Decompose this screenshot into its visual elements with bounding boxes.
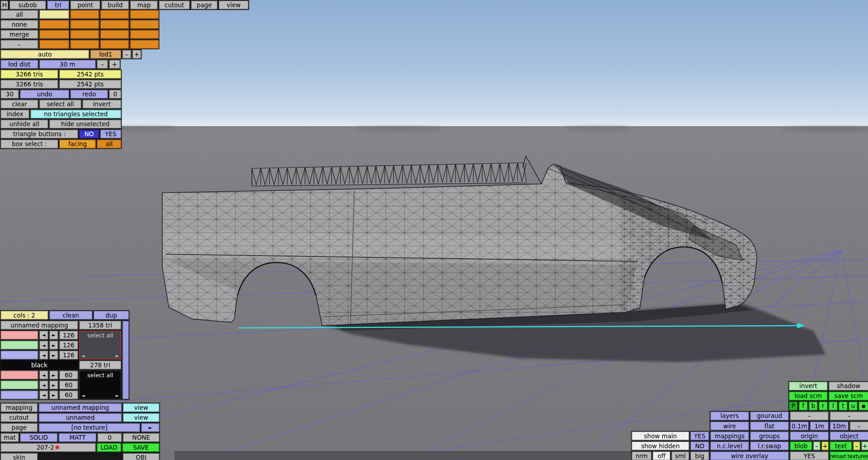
- channel-decrement-button[interactable]: ◄: [39, 331, 48, 340]
- origin-button[interactable]: origin: [790, 432, 829, 441]
- subobject-cell[interactable]: [130, 40, 159, 49]
- group-select-all-button[interactable]: select all ◄ ►: [79, 370, 121, 399]
- group-next-icon[interactable]: ►: [116, 393, 119, 398]
- page-value-button[interactable]: [no texture]: [39, 423, 140, 432]
- blob-minus-button[interactable]: –: [813, 441, 821, 451]
- grid-1m-button[interactable]: 1m: [810, 422, 829, 431]
- index-button[interactable]: index: [0, 109, 29, 119]
- show-hidden-toggle[interactable]: NO: [690, 441, 709, 451]
- grid-10m-button[interactable]: 10m: [830, 422, 849, 431]
- channel-decrement-button[interactable]: ◄: [39, 390, 48, 399]
- page-next-button[interactable]: ►: [141, 423, 159, 432]
- subobject-cell[interactable]: [39, 30, 69, 39]
- lod-level-button[interactable]: lod1: [90, 50, 122, 59]
- lod-dist-minus-button[interactable]: –: [97, 60, 108, 69]
- wire-overlay-toggle[interactable]: YES: [790, 451, 829, 460]
- triangle-buttons-yes[interactable]: YES: [100, 130, 122, 139]
- obj-button[interactable]: OBJ: [123, 453, 160, 460]
- menu-tab-point[interactable]: point: [71, 0, 100, 9]
- menu-tab-tri[interactable]: tri: [47, 0, 69, 9]
- subobject-cell[interactable]: [71, 30, 99, 39]
- menu-h-button[interactable]: H: [0, 0, 8, 9]
- channel-color-swatch[interactable]: [0, 351, 38, 360]
- load-scm-button[interactable]: load scm: [789, 392, 828, 401]
- subobject-cell[interactable]: [71, 40, 99, 49]
- wire-button[interactable]: wire: [710, 422, 749, 431]
- mat-none-button[interactable]: NONE: [123, 433, 160, 442]
- subobject-cell[interactable]: [100, 40, 129, 49]
- channel-decrement-button[interactable]: ◄: [39, 380, 48, 389]
- text-minus-button[interactable]: –: [853, 441, 860, 451]
- grid-dash-button[interactable]: –: [850, 422, 868, 431]
- layers-dash-button[interactable]: –: [790, 412, 829, 421]
- channel-increment-button[interactable]: ►: [49, 351, 58, 360]
- view-top-button[interactable]: t: [839, 402, 848, 411]
- channel-decrement-button[interactable]: ◄: [39, 370, 48, 379]
- channel-increment-button[interactable]: ►: [49, 370, 58, 379]
- mapping-view-button[interactable]: view: [123, 403, 160, 412]
- channel-decrement-button[interactable]: ◄: [39, 351, 48, 360]
- blob-button[interactable]: blob: [790, 441, 812, 451]
- view-perspective-button[interactable]: P: [789, 402, 798, 411]
- view-left-button[interactable]: l: [829, 402, 838, 411]
- group-next-icon[interactable]: ►: [116, 353, 119, 358]
- load-button[interactable]: LOAD: [97, 443, 121, 452]
- nc-level-button[interactable]: n.c.level: [710, 441, 749, 451]
- nrm-big-button[interactable]: big: [690, 451, 709, 460]
- clear-button[interactable]: clear: [0, 100, 38, 109]
- box-select-all[interactable]: all: [97, 140, 121, 149]
- redo-button[interactable]: redo: [71, 90, 108, 99]
- subobject-cell[interactable]: [100, 30, 129, 39]
- mapping-group-name[interactable]: unnamed mapping: [0, 321, 78, 330]
- subobject-cell[interactable]: [39, 20, 69, 29]
- subobject-cell[interactable]: [100, 20, 129, 29]
- subobject-cell-selected[interactable]: [39, 10, 69, 19]
- clean-button[interactable]: clean: [49, 311, 93, 320]
- subobject-cell[interactable]: [71, 10, 99, 19]
- undo-button[interactable]: undo: [20, 90, 69, 99]
- view-front-button[interactable]: f: [799, 402, 808, 411]
- view-right-button[interactable]: r: [819, 402, 828, 411]
- lod-dist-plus-button[interactable]: +: [109, 60, 120, 69]
- unhide-all-button[interactable]: unhide all: [0, 119, 48, 128]
- dup-button[interactable]: dup: [94, 311, 129, 320]
- menu-tab-map[interactable]: map: [130, 0, 158, 9]
- text-plus-button[interactable]: +: [861, 441, 868, 451]
- channel-color-swatch[interactable]: [0, 341, 38, 350]
- mat-solid-button[interactable]: SOLID: [20, 433, 57, 442]
- menu-tab-view[interactable]: view: [219, 0, 249, 9]
- lod-auto-button[interactable]: auto: [0, 50, 89, 59]
- object-button[interactable]: object: [830, 432, 868, 441]
- cutout-value-button[interactable]: unnamed: [39, 413, 122, 422]
- invert-button[interactable]: invert: [82, 100, 121, 109]
- mapping-value-button[interactable]: unnamed mapping: [39, 403, 122, 412]
- shadow-button[interactable]: shadow: [829, 382, 868, 391]
- lod-minus-button[interactable]: –: [123, 50, 132, 59]
- channel-increment-button[interactable]: ►: [49, 341, 58, 350]
- hide-unselected-button[interactable]: hide unselected: [49, 119, 121, 128]
- subob-merge-button[interactable]: merge: [0, 30, 38, 39]
- subob-dash-button[interactable]: –: [0, 40, 38, 49]
- channel-increment-button[interactable]: ►: [49, 331, 58, 340]
- channel-color-swatch[interactable]: [0, 390, 38, 399]
- view-back-button[interactable]: b: [809, 402, 818, 411]
- groups-button[interactable]: groups: [750, 432, 789, 441]
- group-prev-icon[interactable]: ◄: [81, 393, 85, 398]
- nrm-sml-button[interactable]: sml: [671, 451, 689, 460]
- invert-shading-button[interactable]: invert: [789, 382, 828, 391]
- layers-button[interactable]: layers: [710, 412, 749, 421]
- mappings-button[interactable]: mappings: [710, 432, 749, 441]
- gouraud-dash-button[interactable]: –: [830, 412, 868, 421]
- reload-textures-button[interactable]: reload textures: [830, 451, 868, 460]
- menu-tab-subob[interactable]: subob: [9, 0, 46, 9]
- nrm-off-button[interactable]: off: [653, 451, 670, 460]
- save-button[interactable]: SAVE: [123, 443, 160, 452]
- subobject-cell[interactable]: [130, 20, 159, 29]
- flat-button[interactable]: flat: [750, 422, 789, 431]
- triangle-buttons-no[interactable]: NO: [79, 130, 99, 139]
- subobject-cell[interactable]: [39, 40, 69, 49]
- show-main-toggle[interactable]: YES: [690, 432, 709, 441]
- grid-01m-button[interactable]: 0.1m: [790, 422, 809, 431]
- cols-button[interactable]: cols : 2: [0, 311, 48, 320]
- group-select-all-button[interactable]: select all ◄ ►: [79, 331, 121, 360]
